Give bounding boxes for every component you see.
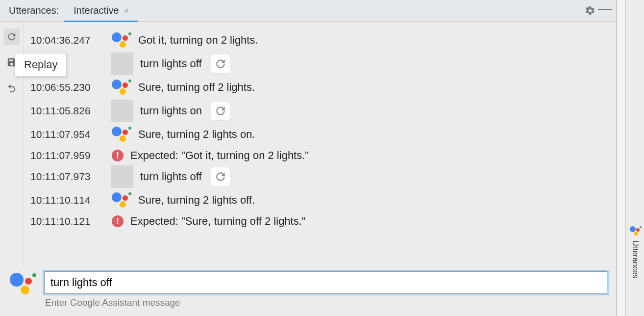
timestamp: 10:11:07.959 [30,150,104,161]
transcript-row: .272turn lights off [30,52,610,76]
error-icon: ! [112,150,124,161]
user-avatar [111,53,133,75]
minimize-button[interactable]: — [597,3,612,18]
refresh-icon [6,31,17,42]
refresh-icon [214,57,227,70]
undo-button[interactable] [3,79,20,96]
gear-icon [585,5,595,16]
transcript-list[interactable]: 10:04:36.247Got it, turning on 2 lights.… [24,22,616,266]
transcript-row: 10:11:07.973turn lights off [30,165,610,188]
transcript-row: 10:11:07.959!Expected: "Got it, turning … [30,146,610,165]
error-message-text: Expected: "Sure, turning off 2 lights." [130,215,306,228]
side-tab-label: Utterances [631,240,640,278]
user-avatar [111,165,133,188]
timestamp: 10:11:10.121 [30,215,104,227]
scrollbar[interactable] [617,0,625,316]
left-gutter: Replay [0,22,24,266]
assistant-message-text: Got it, turning on 2 lights. [138,34,258,47]
replay-tooltip: Replay [15,53,67,77]
transcript-row: 10:11:05.826turn lights on [30,99,610,123]
side-tab-utterances[interactable]: Utterances [625,0,644,316]
refresh-icon [214,105,227,117]
assistant-logo-icon [111,31,131,49]
transcript-row: 10:11:10.121!Expected: "Sure, turning of… [30,212,610,231]
refresh-icon [214,170,227,183]
undo-icon [6,82,17,93]
assistant-message-text: Sure, turning off 2 lights. [138,81,255,94]
footer: Enter Google Assistant message [0,266,616,316]
replay-button[interactable] [211,54,230,74]
error-icon: ! [112,215,124,227]
tabs-bar: Utterances: Interactive × — [0,0,616,22]
replay-button[interactable] [211,167,230,186]
close-icon[interactable]: × [124,6,129,15]
timestamp: 10:11:07.973 [30,171,104,183]
error-message-text: Expected: "Got it, turning on 2 lights." [130,149,309,162]
replay-button[interactable] [211,101,230,121]
input-row [9,271,607,294]
body-area: Replay 10:04:36.247Got it, turning on 2 … [0,22,616,266]
assistant-logo-icon [629,226,641,237]
transcript-row: 10:04:36.247Got it, turning on 2 lights. [30,28,610,52]
tabs-title: Utterances: [4,5,64,16]
assistant-message-text: Sure, turning 2 lights off. [138,194,255,207]
timestamp: 10:11:07.954 [30,129,104,140]
input-helper-text: Enter Google Assistant message [45,297,607,308]
user-message-text: turn lights off [140,57,202,70]
tab-interactive[interactable]: Interactive × [64,1,138,22]
user-message-text: turn lights off [140,170,202,183]
transcript-row: 10:11:10.114Sure, turning 2 lights off. [30,188,610,212]
settings-button[interactable] [583,3,597,18]
timestamp: 10:04:36.247 [30,34,104,46]
tab-label: Interactive [74,5,119,16]
main-panel: Utterances: Interactive × — Re [0,0,617,316]
assistant-message-text: Sure, turning 2 lights on. [138,128,255,141]
app-root: Utterances: Interactive × — Re [0,0,644,316]
user-avatar [111,100,133,122]
user-message-text: turn lights on [140,105,202,117]
timestamp: 10:06:55.230 [30,81,104,93]
assistant-logo-icon [111,79,131,96]
assistant-logo-icon [111,126,131,143]
assistant-logo-icon [9,271,36,294]
transcript-row: 10:11:07.954Sure, turning 2 lights on. [30,123,610,146]
message-input[interactable] [44,271,607,294]
transcript-row: 10:06:55.230Sure, turning off 2 lights. [30,76,610,99]
assistant-logo-icon [111,191,131,209]
timestamp: 10:11:10.114 [30,194,104,206]
timestamp: 10:11:05.826 [30,105,104,117]
replay-all-button[interactable] [3,28,20,45]
